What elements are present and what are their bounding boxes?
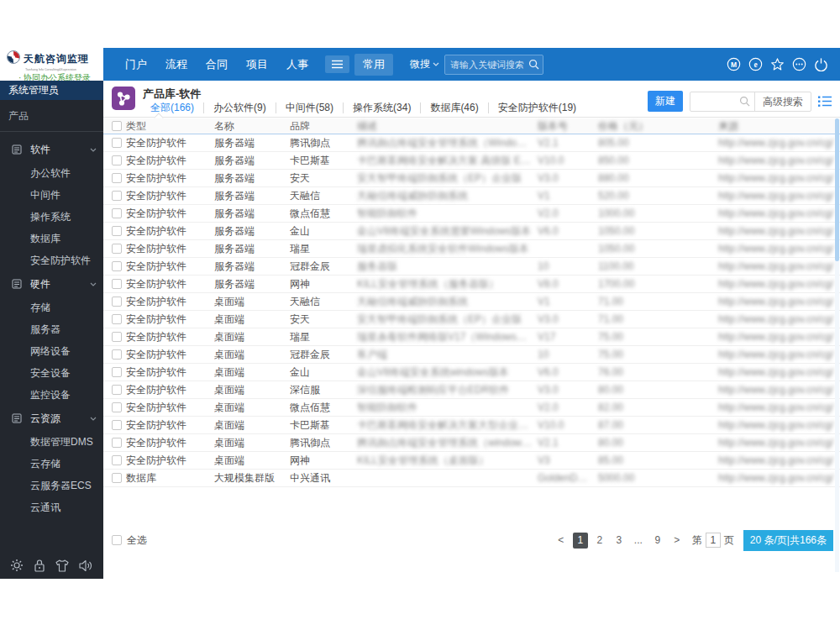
advanced-search-button[interactable]: 高级搜索: [754, 92, 811, 111]
table-header-cell[interactable]: 描述: [357, 119, 538, 134]
table-header-cell[interactable]: 版本号: [538, 119, 598, 134]
sidebar-item[interactable]: 操作系统: [0, 206, 103, 228]
more-circle-icon[interactable]: [792, 57, 806, 71]
table-row[interactable]: 安全防护软件 服务器端 金山 金山V8终端安全系统需要Windows版本 V6.…: [103, 223, 840, 240]
category-tab[interactable]: 操作系统(34): [344, 102, 421, 113]
table-row[interactable]: 安全防护软件 服务器端 瑞星 瑞星虚拟化系统安全软件Windows版本 1050…: [103, 240, 840, 258]
sidebar-item[interactable]: 数据库: [0, 228, 103, 249]
table-row[interactable]: 安全防护软件 服务器端 卡巴斯基 卡巴斯基网络安全解决方案 高级版 EN... …: [103, 152, 840, 170]
category-tab[interactable]: 全部(166): [141, 102, 204, 113]
page-button[interactable]: 2: [592, 533, 607, 549]
e-circle-icon[interactable]: e: [748, 57, 763, 71]
row-checkbox[interactable]: [112, 314, 122, 324]
sidebar-item[interactable]: 服务器: [0, 318, 103, 340]
table-row[interactable]: 安全防护软件 服务器端 安天 安天智甲终端防御系统（EP）企业版 V3.0 88…: [103, 170, 840, 187]
row-checkbox[interactable]: [112, 173, 122, 183]
row-checkbox[interactable]: [112, 226, 122, 236]
lock-icon[interactable]: [34, 559, 45, 572]
table-row[interactable]: 安全防护软件 服务器端 天融信 天融信终端威胁防御系统 V1 520.00 ht…: [103, 187, 840, 205]
table-row[interactable]: 安全防护软件 桌面端 天融信 天融信终端威胁防御系统 V1 71.00 http…: [103, 293, 840, 311]
page-button[interactable]: ...: [631, 533, 646, 549]
sidebar-item[interactable]: 存储: [0, 297, 103, 318]
sidebar-item[interactable]: 云服务器ECS: [0, 475, 103, 496]
table-row[interactable]: 安全防护软件 桌面端 安天 安天智甲终端防御系统（EP）企业版 V3.0 71.…: [103, 311, 840, 328]
top-nav-item[interactable]: 流程: [157, 54, 196, 76]
sidebar-item[interactable]: 软件: [0, 137, 103, 162]
top-nav-item[interactable]: 人事: [278, 54, 317, 76]
sidebar-item[interactable]: 云资源: [0, 406, 103, 431]
quick-search-input[interactable]: [690, 97, 739, 107]
row-checkbox[interactable]: [112, 332, 122, 342]
page-size-badge[interactable]: 20 条/页|共166条: [743, 530, 833, 551]
sidebar-item[interactable]: 云存储: [0, 453, 103, 475]
page-button[interactable]: <: [554, 533, 569, 549]
page-button[interactable]: 1: [573, 533, 588, 549]
table-scrollbar[interactable]: [835, 118, 839, 572]
row-checkbox[interactable]: [112, 155, 122, 165]
sidebar-item[interactable]: 云通讯: [0, 496, 103, 518]
power-icon[interactable]: [814, 57, 828, 71]
page-button[interactable]: >: [669, 533, 685, 549]
row-checkbox[interactable]: [112, 385, 122, 395]
table-row[interactable]: 安全防护软件 桌面端 网神 KILL安全管理系统（桌面版） V3 85.00 h…: [103, 452, 840, 470]
row-checkbox[interactable]: [112, 191, 122, 201]
row-checkbox[interactable]: [112, 402, 122, 412]
row-checkbox[interactable]: [112, 208, 122, 218]
table-row[interactable]: 安全防护软件 桌面端 微点佰慧 智能防御软件 V2.0 82.00 http:/…: [103, 399, 840, 417]
shirt-icon[interactable]: [55, 559, 69, 572]
row-checkbox[interactable]: [112, 279, 122, 289]
table-row[interactable]: 安全防护软件 服务器端 微点佰慧 智能防御软件 V2.0 1000.00 htt…: [103, 205, 840, 223]
table-row[interactable]: 安全防护软件 桌面端 卡巴斯基 卡巴斯基网络安全解决方案大型企业版（KESB・K…: [103, 417, 840, 434]
row-checkbox[interactable]: [112, 261, 122, 271]
table-header-cell[interactable]: 类型: [126, 119, 214, 134]
new-button[interactable]: 新建: [648, 91, 683, 112]
sidebar-item[interactable]: 数据管理DMS: [0, 431, 103, 453]
m-circle-icon[interactable]: M: [727, 57, 741, 71]
top-nav-item[interactable]: 门户: [117, 54, 155, 76]
gear-icon[interactable]: [10, 559, 24, 572]
table-row[interactable]: 安全防护软件 桌面端 腾讯御点 腾讯御点终端安全管理系统（windows版）V2…: [103, 434, 840, 452]
sidebar-item[interactable]: 安全设备: [0, 362, 103, 384]
table-row[interactable]: 安全防护软件 桌面端 深信服 深信服终端检测响应平台EDR软件 V3.0 80.…: [103, 381, 840, 399]
table-header-cell[interactable]: 来源: [718, 119, 840, 134]
table-row[interactable]: 安全防护软件 桌面端 冠群金辰 客户端 10 75.00 http://www.…: [103, 346, 840, 364]
top-nav-item[interactable]: 项目: [238, 54, 276, 76]
row-checkbox[interactable]: [112, 367, 122, 377]
page-button[interactable]: 9: [650, 533, 665, 549]
table-row[interactable]: 安全防护软件 服务器端 腾讯御点 腾讯御点终端安全管理系统（Windows版） …: [103, 134, 840, 152]
row-checkbox[interactable]: [112, 473, 122, 483]
page-jump-input[interactable]: [706, 533, 721, 548]
row-checkbox[interactable]: [112, 420, 122, 430]
table-header-cell[interactable]: 名称: [214, 119, 290, 134]
row-checkbox[interactable]: [112, 138, 122, 148]
pinned-tab-changyong[interactable]: 常用: [354, 54, 393, 76]
sidebar-item[interactable]: 安全防护软件: [0, 249, 103, 271]
table-row[interactable]: 安全防护软件 服务器端 冠群金辰 服务器版 10 1100.00 http://…: [103, 258, 840, 276]
top-nav-item[interactable]: 合同: [197, 54, 236, 76]
category-tab[interactable]: 中间件(58): [276, 102, 344, 113]
table-row[interactable]: 数据库 大规模集群版 中兴通讯 GoldenData s... 5000.00 …: [103, 470, 840, 487]
global-search-box[interactable]: [444, 55, 543, 75]
star-icon[interactable]: [770, 57, 785, 71]
row-checkbox[interactable]: [112, 349, 122, 360]
header-checkbox[interactable]: [112, 121, 122, 131]
table-header-cell[interactable]: 品牌: [290, 119, 357, 134]
row-checkbox[interactable]: [112, 455, 122, 465]
wesearch-dropdown[interactable]: 微搜: [410, 57, 439, 71]
category-tab[interactable]: 安全防护软件(19): [489, 102, 585, 113]
row-checkbox[interactable]: [112, 297, 122, 307]
category-tab[interactable]: 办公软件(9): [204, 102, 276, 113]
global-search-input[interactable]: [450, 60, 528, 70]
table-header-cell[interactable]: 价格（元）: [598, 119, 718, 134]
speaker-icon[interactable]: [79, 559, 93, 572]
sidebar-item[interactable]: 办公软件: [0, 162, 103, 184]
sidebar-item[interactable]: 硬件: [0, 271, 103, 297]
sidebar-item[interactable]: 监控设备: [0, 384, 103, 406]
table-row[interactable]: 安全防护软件 服务器端 网神 KILL安全管理系统（服务器版） V8.0 170…: [103, 276, 840, 293]
row-checkbox[interactable]: [112, 438, 122, 448]
row-checkbox[interactable]: [112, 244, 122, 254]
table-row[interactable]: 安全防护软件 桌面端 瑞星 瑞星杀毒软件网络版V17（Windows版） V17…: [103, 328, 840, 346]
category-tab[interactable]: 数据库(46): [421, 102, 488, 113]
scrollbar-thumb[interactable]: [835, 118, 839, 261]
table-row[interactable]: 安全防护软件 桌面端 金山 金山V8终端安全系统windows版本 V6.0 7…: [103, 364, 840, 381]
